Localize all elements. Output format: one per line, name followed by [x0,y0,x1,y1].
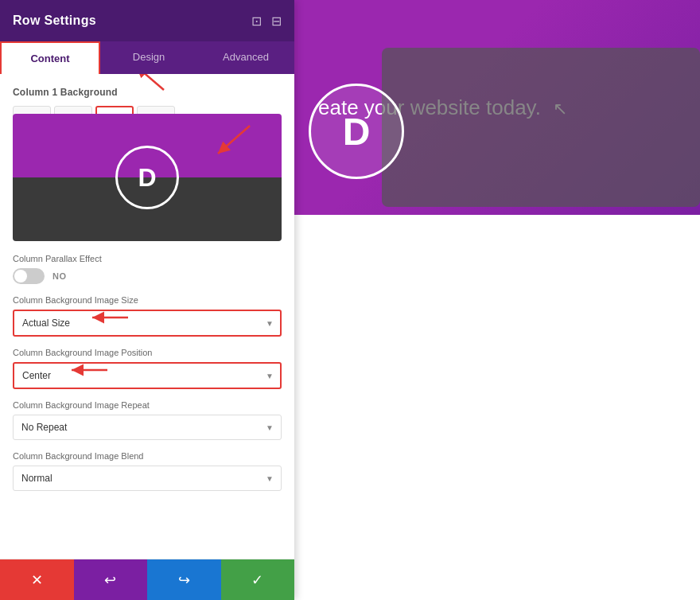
image-repeat-select[interactable]: No Repeat Default Repeat Repeat X Repeat… [13,415,282,440]
parallax-label: Column Parallax Effect [13,254,282,263]
tab-content[interactable]: Content [0,41,100,74]
parallax-section: Column Parallax Effect NO [13,254,282,284]
arrow-to-size [84,306,132,329]
image-position-select-wrapper: Center Top Left Top Center Top Right Cen… [13,362,282,389]
parallax-toggle-label: NO [52,271,67,281]
image-repeat-section: Column Background Image Repeat No Repeat… [13,400,282,440]
panel-footer: ✕ ↩ ↪ ✓ [0,559,294,600]
expand-icon[interactable]: ⊟ [271,14,282,29]
image-position-select[interactable]: Center Top Left Top Center Top Right Cen… [13,362,282,389]
image-blend-select-wrapper: Normal Multiply Screen Overlay Darken Li… [13,466,282,491]
image-position-section: Column Background Image Position Center … [13,348,282,389]
save-button[interactable]: ✓ [221,559,295,600]
image-position-label: Column Background Image Position [13,348,282,357]
bg-image-preview: D [13,114,282,241]
preview-divi-logo: D [115,146,179,209]
image-repeat-label: Column Background Image Repeat [13,400,282,410]
tab-design[interactable]: Design [100,41,197,74]
image-blend-section: Column Background Image Blend Normal Mul… [13,451,282,491]
arrow-to-preview [202,122,258,162]
image-size-section: Column Background Image Size Actual Size… [13,295,282,337]
panel-tabs: Content Design Advanced [0,41,294,74]
panel-header: Row Settings ⊡ ⊟ [0,0,294,41]
minimize-icon[interactable]: ⊡ [251,14,262,29]
image-size-select-wrapper: Actual Size Default Cover Contain Stretc… [13,310,282,337]
image-repeat-select-wrapper: No Repeat Default Repeat Repeat X Repeat… [13,415,282,440]
arrow-to-image-tab [116,74,180,94]
image-size-select[interactable]: Actual Size Default Cover Contain Stretc… [13,310,282,337]
panel-header-icons: ⊡ ⊟ [251,14,282,29]
website-body [294,215,700,600]
image-size-label: Column Background Image Size [13,295,282,305]
panel-content: Column 1 Background [0,74,294,559]
divi-logo-right: D [309,84,404,179]
image-blend-label: Column Background Image Blend [13,451,282,461]
arrow-to-position [64,358,111,382]
reset-button[interactable]: ↩ [74,559,148,600]
parallax-toggle-row: NO [13,268,282,284]
parallax-toggle[interactable] [13,268,45,284]
cancel-button[interactable]: ✕ [0,559,74,600]
panel-title: Row Settings [13,14,96,28]
row-settings-panel: Row Settings ⊡ ⊟ Content Design Advanced… [0,0,294,600]
keyboard-image [382,48,700,207]
tab-advanced[interactable]: Advanced [197,41,294,74]
image-blend-select[interactable]: Normal Multiply Screen Overlay Darken Li… [13,466,282,491]
redo-button[interactable]: ↪ [147,559,221,600]
